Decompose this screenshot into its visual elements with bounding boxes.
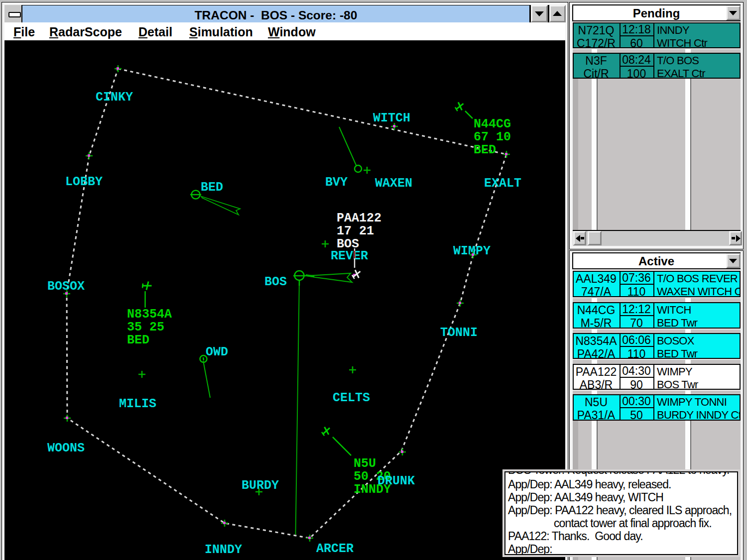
svg-text:EXALT: EXALT bbox=[484, 176, 521, 191]
svg-text:BOS: BOS bbox=[264, 275, 287, 289]
svg-text:BOSOX: BOSOX bbox=[47, 279, 85, 294]
svg-text:MILIS: MILIS bbox=[119, 397, 156, 411]
svg-text:REVER: REVER bbox=[331, 249, 368, 263]
svg-text:BURDY: BURDY bbox=[242, 478, 279, 493]
svg-text:35 25: 35 25 bbox=[127, 320, 164, 335]
svg-text:BED: BED bbox=[201, 180, 223, 195]
svg-text:WIMPY: WIMPY bbox=[453, 244, 491, 258]
svg-text:INNDY: INNDY bbox=[205, 543, 242, 557]
svg-text:67 10: 67 10 bbox=[474, 130, 511, 144]
svg-text:N44CG: N44CG bbox=[474, 117, 511, 131]
svg-text:TONNI: TONNI bbox=[440, 326, 478, 340]
svg-text:BED: BED bbox=[127, 333, 149, 347]
svg-text:N8354A: N8354A bbox=[127, 307, 172, 322]
svg-text:ARCER: ARCER bbox=[316, 542, 354, 556]
svg-text:BED: BED bbox=[474, 143, 496, 157]
svg-text:BVY: BVY bbox=[325, 175, 348, 190]
svg-text:17 21: 17 21 bbox=[337, 224, 374, 238]
svg-text:LOBBY: LOBBY bbox=[65, 175, 103, 189]
svg-text:CINKY: CINKY bbox=[96, 90, 133, 105]
svg-text:CELTS: CELTS bbox=[333, 391, 370, 405]
svg-text:WAXEN: WAXEN bbox=[375, 176, 412, 191]
svg-text:PAA122: PAA122 bbox=[337, 211, 381, 225]
svg-text:WOONS: WOONS bbox=[47, 441, 85, 455]
svg-text:DRUNK: DRUNK bbox=[377, 474, 415, 488]
svg-text:WITCH: WITCH bbox=[373, 111, 410, 125]
svg-text:OWD: OWD bbox=[206, 345, 228, 359]
svg-text:N5U: N5U bbox=[354, 456, 376, 471]
